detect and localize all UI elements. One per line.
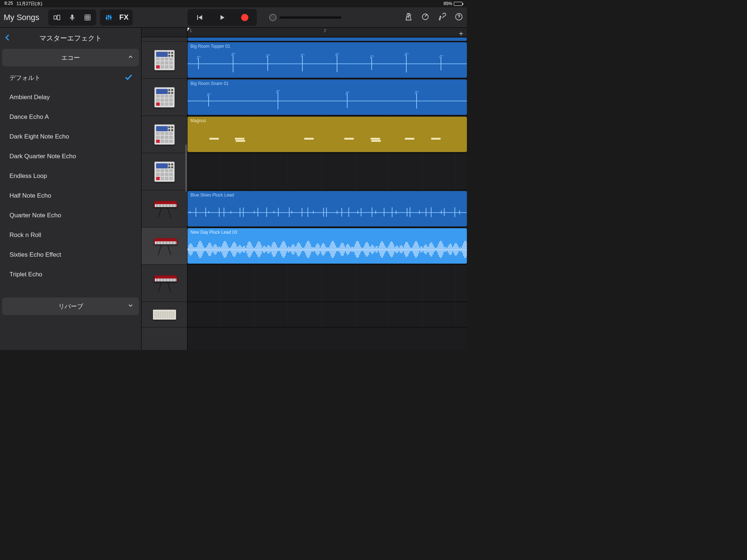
help-button[interactable] xyxy=(454,12,463,23)
keyboard-icon xyxy=(153,197,176,221)
track-scrollbar[interactable] xyxy=(185,144,187,192)
region-blue-skies[interactable]: Blue Skies Pluck Lead xyxy=(187,191,467,226)
drum-machine-icon xyxy=(153,123,176,146)
browser-view-button[interactable] xyxy=(50,11,64,24)
preset-endless-loop[interactable]: Endless Loop xyxy=(0,166,141,186)
bar-marker-1: 1 xyxy=(190,28,192,33)
svg-point-6 xyxy=(110,17,111,18)
chevron-down-icon xyxy=(127,302,134,311)
drum-machine-icon xyxy=(153,86,176,109)
track-lane-2[interactable]: Big Room Snare 01 xyxy=(187,79,467,116)
battery-percent: 85% xyxy=(444,1,452,6)
track-header-0[interactable] xyxy=(142,37,187,42)
fx-button[interactable]: FX xyxy=(117,11,131,24)
timeline[interactable]: 1 2 ＋ Big Room Topper 01 Big Room Snare … xyxy=(187,28,467,350)
keyboard-icon xyxy=(153,234,176,258)
echo-preset-list: デフォルト Ambient Delay Dance Echo A Dark Ei… xyxy=(0,66,141,295)
preset-rock-n-roll[interactable]: Rock n Roll xyxy=(0,225,141,245)
ruler[interactable]: 1 2 ＋ xyxy=(187,28,467,37)
preset-label: Triplet Echo xyxy=(9,271,42,278)
preset-label: Ambient Delay xyxy=(9,94,50,101)
track-lane-6[interactable]: New Day Pluck Lead 03 xyxy=(187,228,467,265)
metronome-button[interactable] xyxy=(404,12,413,23)
songs-button[interactable]: My Songs xyxy=(4,13,39,22)
reverb-section-label: リバーブ xyxy=(58,302,83,311)
status-bar: 8:25 11月27日(水) 85% xyxy=(0,0,467,7)
region-big-room-snare[interactable]: Big Room Snare 01 xyxy=(187,79,467,115)
app-toolbar: My Songs FX xyxy=(0,7,467,28)
region-label: Big Room Topper 01 xyxy=(190,44,230,49)
mic-button[interactable] xyxy=(65,11,80,24)
volume-knob-icon xyxy=(269,14,276,21)
preset-label: デフォルト xyxy=(9,74,40,82)
loop-button[interactable] xyxy=(421,12,430,23)
region-big-room-topper[interactable]: Big Room Topper 01 xyxy=(187,42,467,78)
preset-dance-echo-a[interactable]: Dance Echo A xyxy=(0,107,141,127)
region-label: New Day Pluck Lead 03 xyxy=(190,230,237,235)
fx-group: FX xyxy=(100,9,133,26)
track-header-5[interactable] xyxy=(142,190,187,228)
region-magnus[interactable]: Magnus xyxy=(187,117,467,152)
waveform xyxy=(187,52,467,74)
preset-ambient-delay[interactable]: Ambient Delay xyxy=(0,88,141,107)
drum-machine-icon xyxy=(153,160,176,183)
play-button[interactable] xyxy=(212,11,233,24)
transport-controls xyxy=(187,9,257,26)
bar-marker-2: 2 xyxy=(324,28,326,33)
svg-rect-2 xyxy=(71,14,73,18)
track-header-6[interactable] xyxy=(142,228,187,265)
add-section-button[interactable]: ＋ xyxy=(457,28,465,38)
waveform xyxy=(187,90,467,112)
region-thin[interactable] xyxy=(187,38,467,41)
track-lane-3[interactable]: Magnus xyxy=(187,116,467,153)
grid-view-button[interactable] xyxy=(80,11,95,24)
preset-sixties-echo[interactable]: Sixties Echo Effect xyxy=(0,245,141,265)
region-label: Magnus xyxy=(190,118,206,123)
preset-dark-eight-note[interactable]: Dark Eight Note Echo xyxy=(0,127,141,147)
region-new-day-pluck[interactable]: New Day Pluck Lead 03 xyxy=(187,228,467,264)
mixer-button[interactable] xyxy=(101,11,116,24)
record-button[interactable] xyxy=(234,11,255,24)
svg-rect-1 xyxy=(57,15,60,20)
preset-label: Quarter Note Echo xyxy=(9,212,61,219)
region-label: Blue Skies Pluck Lead xyxy=(190,192,234,198)
preset-dark-quarter-note[interactable]: Dark Quarter Note Echo xyxy=(0,147,141,166)
track-header-1[interactable] xyxy=(142,42,187,79)
back-button[interactable] xyxy=(4,32,12,44)
master-effects-panel: マスターエフェクト エコー デフォルト Ambient Delay Dance … xyxy=(0,28,142,350)
status-date: 11月27日(水) xyxy=(16,1,42,7)
reverb-section-header[interactable]: リバーブ xyxy=(2,298,139,315)
track-lane-7[interactable] xyxy=(187,265,467,302)
track-lane-8[interactable] xyxy=(187,302,467,327)
track-header-7[interactable] xyxy=(142,265,187,302)
chevron-up-icon xyxy=(127,54,134,62)
rewind-button[interactable] xyxy=(189,11,210,24)
region-label: Big Room Snare 01 xyxy=(190,81,229,86)
svg-point-4 xyxy=(106,18,107,19)
track-header-8[interactable] xyxy=(142,302,187,327)
preset-label: Dark Eight Note Echo xyxy=(9,133,69,140)
battery-icon xyxy=(454,2,462,6)
echo-section-header[interactable]: エコー xyxy=(2,49,139,66)
preset-label: Rock n Roll xyxy=(9,232,41,239)
record-icon xyxy=(241,14,248,21)
track-header-4[interactable] xyxy=(142,153,187,190)
track-header-3[interactable] xyxy=(142,116,187,153)
preset-half-note-echo[interactable]: Half Note Echo xyxy=(0,186,141,206)
track-lane-0[interactable] xyxy=(187,37,467,42)
preset-default[interactable]: デフォルト xyxy=(0,68,141,88)
settings-button[interactable] xyxy=(438,12,446,23)
track-header-2[interactable] xyxy=(142,79,187,116)
synth-icon xyxy=(153,303,176,326)
preset-quarter-note-echo[interactable]: Quarter Note Echo xyxy=(0,206,141,225)
volume-track[interactable] xyxy=(279,16,341,19)
panel-title: マスターエフェクト xyxy=(39,34,102,43)
preset-label: Endless Loop xyxy=(9,172,47,180)
track-lane-5[interactable]: Blue Skies Pluck Lead xyxy=(187,190,467,228)
preset-triplet-echo[interactable]: Triplet Echo xyxy=(0,265,141,284)
preset-label: Dance Echo A xyxy=(9,113,49,121)
track-lane-4[interactable] xyxy=(187,153,467,190)
midi-notes xyxy=(187,138,467,141)
track-lane-1[interactable]: Big Room Topper 01 xyxy=(187,42,467,79)
master-volume[interactable] xyxy=(269,14,341,21)
